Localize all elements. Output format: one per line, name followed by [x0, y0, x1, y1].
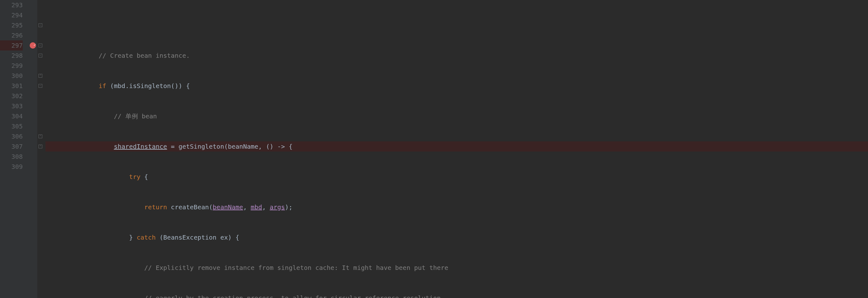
fold-end-icon[interactable] [38, 145, 42, 148]
line-number[interactable]: 297 [0, 40, 23, 51]
code-area[interactable]: // Create bean instance. if (mbd.isSingl… [44, 0, 868, 298]
fold-toggle-icon[interactable] [38, 84, 42, 88]
breakpoint-gutter[interactable] [28, 0, 37, 298]
line-number[interactable]: 308 [0, 151, 23, 161]
comment: // Create bean instance. [99, 52, 190, 59]
fold-end-icon[interactable] [38, 74, 42, 78]
code-line[interactable]: // 单例 bean [45, 111, 868, 121]
line-number[interactable]: 296 [0, 30, 23, 40]
parameter: mbd [251, 203, 262, 211]
code-line[interactable]: } catch (BeansException ex) { [45, 232, 868, 242]
variable: sharedInstance [114, 143, 167, 150]
line-number[interactable]: 299 [0, 61, 23, 71]
line-number[interactable]: 307 [0, 142, 23, 151]
line-number[interactable]: 302 [0, 91, 23, 101]
breakpoint-icon[interactable] [30, 42, 36, 49]
code-editor: 293 294 295 296 297 298 299 300 301 302 … [0, 0, 868, 298]
line-number[interactable]: 304 [0, 111, 23, 121]
parameter: beanName [213, 203, 243, 211]
fold-toggle-icon[interactable] [38, 43, 42, 47]
code-line[interactable]: // Explicitly remove instance from singl… [45, 263, 868, 273]
code-line[interactable]: // Create bean instance. [45, 51, 868, 61]
parameter: args [270, 203, 285, 211]
line-number[interactable]: 298 [0, 51, 23, 61]
line-number[interactable]: 305 [0, 121, 23, 131]
code-line[interactable]: return createBean(beanName, mbd, args); [45, 202, 868, 212]
fold-toggle-icon[interactable] [38, 23, 42, 27]
comment: // eagerly by the creation process, to a… [144, 294, 444, 298]
keyword-catch: catch [137, 234, 156, 241]
code-line[interactable] [45, 20, 868, 30]
line-number[interactable]: 306 [0, 131, 23, 142]
line-number[interactable]: 294 [0, 10, 23, 20]
code-line[interactable]: // eagerly by the creation process, to a… [45, 293, 868, 298]
line-number[interactable]: 295 [0, 20, 23, 30]
line-number-gutter: 293 294 295 296 297 298 299 300 301 302 … [0, 0, 28, 298]
fold-toggle-icon[interactable] [38, 54, 42, 57]
keyword-if: if [99, 82, 106, 90]
keyword-try: try [129, 173, 141, 181]
line-number[interactable]: 301 [0, 81, 23, 91]
line-number[interactable]: 293 [0, 0, 23, 10]
keyword-return: return [144, 203, 167, 211]
fold-gutter [37, 0, 44, 298]
comment: // 单例 bean [114, 112, 157, 120]
code-line-breakpoint[interactable]: sharedInstance = getSingleton(beanName, … [45, 142, 868, 151]
fold-end-icon[interactable] [38, 135, 42, 138]
code-line[interactable]: if (mbd.isSingleton()) { [45, 81, 868, 91]
line-number[interactable]: 303 [0, 101, 23, 111]
line-number[interactable]: 309 [0, 161, 23, 172]
code-line[interactable]: try { [45, 172, 868, 182]
line-number[interactable]: 300 [0, 71, 23, 81]
comment: // Explicitly remove instance from singl… [144, 264, 448, 271]
